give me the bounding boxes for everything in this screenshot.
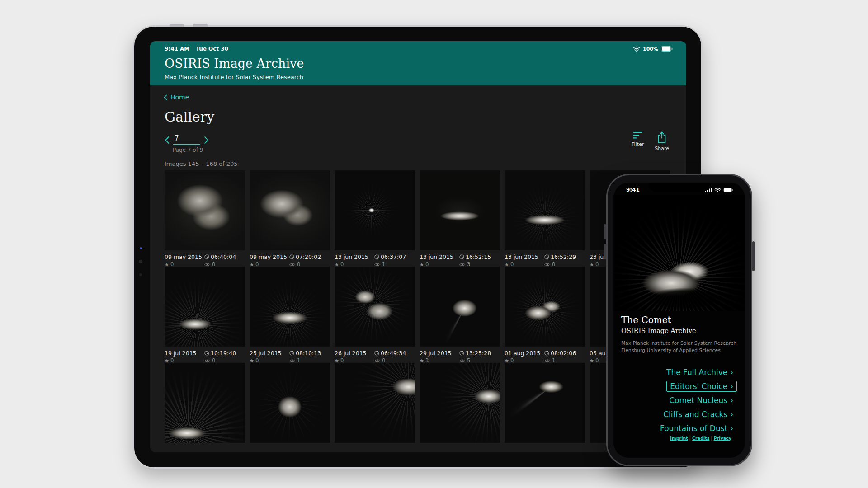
comet-thumbnail[interactable] xyxy=(420,267,500,347)
gallery-tile[interactable]: 19 jul 2015 10:19:40 ★ 0 0 xyxy=(165,267,245,359)
page-number-input[interactable]: 7 xyxy=(173,134,200,145)
phone-nav-link[interactable]: Fountains of Dust › xyxy=(656,423,737,434)
battery-icon xyxy=(723,188,733,192)
filter-icon xyxy=(633,131,642,139)
gallery-tile[interactable]: 13 jun 2015 16:52:15 ★ 0 3 xyxy=(420,170,500,263)
phone-footer-link[interactable]: Imprint xyxy=(670,436,688,441)
tile-date: 26 jul 2015 xyxy=(335,350,374,357)
phone-power-button xyxy=(752,241,755,271)
phone-nav-link[interactable]: Cliffs and Cracks › xyxy=(660,409,737,420)
star-icon: ★ xyxy=(165,358,169,363)
eye-icon xyxy=(204,359,210,363)
star-icon: ★ xyxy=(590,262,594,267)
prev-page-button[interactable] xyxy=(165,136,170,145)
filter-button[interactable]: Filter xyxy=(632,131,644,151)
comet-thumbnail[interactable] xyxy=(250,267,330,347)
eye-icon xyxy=(289,359,295,363)
gallery-tile[interactable]: 26 jul 2015 06:49:34 ★ 0 0 xyxy=(335,267,415,359)
comet-thumbnail[interactable] xyxy=(505,363,585,443)
comet-thumbnail[interactable] xyxy=(505,267,585,347)
gallery-tile[interactable]: 13 jun 2015 06:37:07 ★ 0 1 xyxy=(335,170,415,263)
org-line-2: Flensburg University of Applied Sciences xyxy=(621,347,736,354)
org-line-1: Max Planck Institute for Solar System Re… xyxy=(621,340,736,347)
share-label: Share xyxy=(655,145,669,151)
tile-date: 25 jul 2015 xyxy=(250,350,289,357)
comet-thumbnail[interactable] xyxy=(250,170,330,250)
star-icon: ★ xyxy=(505,358,509,363)
phone-footer: Imprint | Credits | Privacy xyxy=(670,436,731,441)
share-button[interactable]: Share xyxy=(655,131,669,151)
next-page-button[interactable] xyxy=(204,136,209,145)
tile-date: 19 jul 2015 xyxy=(165,350,204,357)
chevron-right-icon: › xyxy=(730,410,733,419)
clock-icon xyxy=(204,254,209,259)
phone-nav-link[interactable]: Comet Nucleus › xyxy=(665,395,737,406)
toolbar: Filter Share xyxy=(632,131,669,151)
tile-time: 13:25:28 xyxy=(459,350,500,357)
tablet-sensor-dot xyxy=(140,247,142,249)
breadcrumb-home[interactable]: Home xyxy=(164,94,189,101)
eye-icon xyxy=(374,359,380,363)
clock-icon xyxy=(204,351,209,356)
phone-app-subtitle: OSIRIS Image Archive xyxy=(621,327,696,334)
tile-date: 01 aug 2015 xyxy=(505,350,544,357)
tile-caption: 26 jul 2015 06:49:34 ★ 0 0 xyxy=(335,347,415,359)
comet-thumbnail[interactable] xyxy=(335,363,415,443)
gallery-tile[interactable]: 29 jul 2015 13:25:28 ★ 3 5 xyxy=(420,267,500,359)
tile-caption: 13 jun 2015 06:37:07 ★ 0 1 xyxy=(335,250,415,263)
gallery-tile[interactable]: 09 may 2015 06:40:04 ★ 0 0 xyxy=(165,170,245,263)
gallery-tile[interactable]: 09 may 2015 07:20:02 ★ 0 0 xyxy=(250,170,330,263)
tile-time: 06:40:04 xyxy=(204,253,245,260)
app-header: 9:41 AM Tue Oct 30 100% OSIRIS Image Arc… xyxy=(150,41,686,85)
comet-thumbnail[interactable] xyxy=(165,170,245,250)
comet-thumbnail[interactable] xyxy=(335,170,415,250)
breadcrumb-label: Home xyxy=(170,94,189,101)
star-icon: ★ xyxy=(165,262,169,267)
gallery-tile[interactable]: 01 aug 2015 08:02:06 ★ 0 1 xyxy=(505,267,585,359)
gallery-tile[interactable] xyxy=(505,363,585,452)
gallery-tile[interactable] xyxy=(165,363,245,452)
gallery-tile[interactable] xyxy=(420,363,500,452)
tile-caption: 01 aug 2015 08:02:06 ★ 0 1 xyxy=(505,347,585,359)
comet-thumbnail[interactable] xyxy=(505,170,585,250)
eye-icon xyxy=(204,263,210,267)
comet-thumbnail[interactable] xyxy=(335,267,415,347)
tile-time: 06:37:07 xyxy=(374,253,415,260)
eye-icon xyxy=(459,263,465,267)
phone-status-bar: 9:41 xyxy=(613,187,745,193)
tile-time: 07:20:02 xyxy=(289,253,330,260)
star-icon: ★ xyxy=(250,262,254,267)
comet-thumbnail[interactable] xyxy=(250,363,330,443)
tile-caption: 13 jun 2015 16:52:15 ★ 0 3 xyxy=(420,250,500,263)
gallery-grid: 09 may 2015 06:40:04 ★ 0 0 09 may 2015 xyxy=(165,170,672,452)
gallery-tile[interactable] xyxy=(335,363,415,452)
filter-label: Filter xyxy=(632,141,644,147)
app-subtitle: Max Planck Institute for Solar System Re… xyxy=(165,74,303,80)
comet-thumbnail[interactable] xyxy=(165,363,245,443)
tile-date: 09 may 2015 xyxy=(250,253,289,260)
phone-footer-link[interactable]: Privacy xyxy=(714,436,731,441)
share-icon xyxy=(657,131,667,143)
tile-caption: 19 jul 2015 10:19:40 ★ 0 0 xyxy=(165,347,245,359)
phone-nav-link[interactable]: Editors' Choice › xyxy=(666,381,737,392)
star-icon: ★ xyxy=(250,358,254,363)
clock-icon xyxy=(544,254,549,259)
chevron-left-icon xyxy=(164,94,167,100)
phone-footer-link[interactable]: Credits xyxy=(692,436,709,441)
gallery-tile[interactable]: 25 jul 2015 08:10:13 ★ 0 1 xyxy=(250,267,330,359)
tablet-camera-dot xyxy=(139,260,142,263)
status-date: Tue Oct 30 xyxy=(196,46,228,52)
gallery-tile[interactable] xyxy=(250,363,330,452)
phone-nav-link[interactable]: The Full Archive › xyxy=(663,367,737,378)
comet-thumbnail[interactable] xyxy=(420,170,500,250)
eye-icon xyxy=(544,263,550,267)
comet-thumbnail[interactable] xyxy=(420,363,500,443)
battery-percent: 100% xyxy=(643,46,658,52)
tile-time: 08:10:13 xyxy=(289,350,330,357)
clock-icon xyxy=(374,351,379,356)
eye-icon xyxy=(544,359,550,363)
gallery-tile[interactable]: 13 jun 2015 16:52:29 ★ 0 0 xyxy=(505,170,585,263)
image-range-info: Images 145 – 168 of 205 xyxy=(165,160,238,167)
comet-thumbnail[interactable] xyxy=(165,267,245,347)
star-icon: ★ xyxy=(335,358,339,363)
